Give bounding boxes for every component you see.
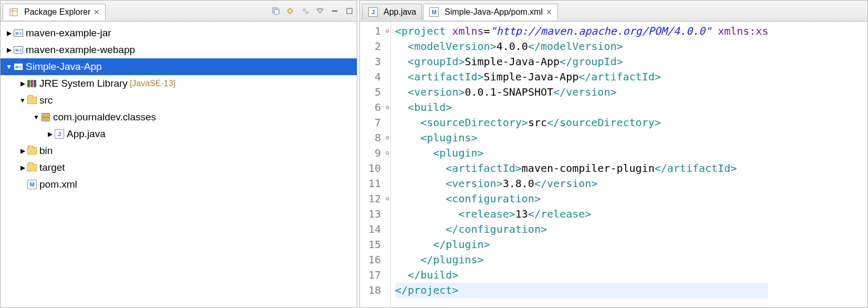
source-folder-icon bbox=[27, 97, 37, 104]
tree-item-src[interactable]: ▼ src bbox=[1, 92, 357, 109]
tree-label: pom.xml bbox=[39, 179, 77, 190]
line-number: 16 bbox=[360, 252, 381, 268]
tree-label: src bbox=[39, 95, 53, 106]
editor-tab-label: App.java bbox=[384, 7, 416, 17]
line-number: 12 bbox=[360, 191, 381, 207]
link-editor-icon[interactable] bbox=[285, 6, 296, 16]
gutter-row[interactable]: 17 bbox=[360, 268, 390, 283]
code-line[interactable]: <plugin> bbox=[395, 146, 768, 161]
code-line[interactable]: </plugin> bbox=[395, 237, 768, 252]
expand-arrow-icon[interactable]: ▶ bbox=[18, 147, 27, 155]
fold-icon[interactable]: ⊖ bbox=[381, 191, 389, 207]
line-number: 11 bbox=[360, 176, 381, 191]
tree-item-bin[interactable]: ▶ bin bbox=[1, 142, 357, 159]
folder-icon bbox=[27, 147, 37, 155]
svg-rect-0 bbox=[10, 8, 17, 16]
tree-item-pom-xml[interactable]: M pom.xml bbox=[1, 176, 357, 193]
tree-item-maven-example-jar[interactable]: ▶ M·J maven-example-jar bbox=[1, 25, 357, 42]
collapse-all-icon[interactable] bbox=[271, 6, 281, 16]
tree-item-target[interactable]: ▶ target bbox=[1, 159, 357, 176]
code-line[interactable]: </build> bbox=[395, 268, 768, 283]
line-number: 3 bbox=[360, 54, 381, 69]
code-line[interactable]: <version>0.0.1-SNAPSHOT</version> bbox=[395, 85, 768, 100]
svg-point-6 bbox=[305, 11, 308, 14]
fold-icon[interactable]: ⊖ bbox=[381, 24, 389, 39]
expand-arrow-icon[interactable]: ▶ bbox=[5, 46, 13, 54]
tree-label: maven-example-webapp bbox=[26, 44, 135, 56]
expand-arrow-icon[interactable]: ▶ bbox=[46, 130, 54, 138]
collapse-arrow-icon[interactable]: ▼ bbox=[18, 97, 27, 104]
expand-arrow-icon[interactable]: ▶ bbox=[18, 80, 27, 87]
maven-project-icon: M·J bbox=[13, 63, 24, 70]
tree-item-jre-library[interactable]: ▶ JRE System Library [JavaSE-13] bbox=[1, 75, 357, 92]
code-line[interactable]: <sourceDirectory>src</sourceDirectory> bbox=[395, 115, 768, 130]
close-icon[interactable]: ✕ bbox=[94, 8, 100, 16]
code-line[interactable]: <release>13</release> bbox=[395, 207, 768, 222]
editor-tab-app-java[interactable]: J App.java bbox=[362, 4, 422, 20]
gutter-row[interactable]: 11 bbox=[360, 176, 390, 191]
gutter-row[interactable]: 13 bbox=[360, 207, 390, 222]
code-line[interactable]: <configuration> bbox=[395, 191, 768, 207]
line-number: 17 bbox=[360, 268, 381, 283]
fold-icon[interactable]: ⊖ bbox=[381, 100, 389, 115]
gutter-row[interactable]: 15 bbox=[360, 237, 390, 252]
gutter-row[interactable]: 14 bbox=[360, 222, 390, 237]
code-line[interactable]: <version>3.8.0</version> bbox=[395, 176, 768, 191]
expand-arrow-icon[interactable]: ▶ bbox=[5, 29, 13, 37]
tree-label: bin bbox=[39, 145, 53, 157]
line-number: 8 bbox=[360, 130, 381, 146]
gutter-row[interactable]: 5 bbox=[360, 85, 390, 100]
gutter-row[interactable]: 7 bbox=[360, 115, 390, 130]
java-file-icon: J bbox=[54, 129, 65, 139]
gutter-row[interactable]: 3 bbox=[360, 54, 390, 69]
tree-item-package[interactable]: ▼ com.journaldev.classes bbox=[1, 109, 357, 126]
line-number: 10 bbox=[360, 161, 381, 176]
code-line[interactable]: </project> bbox=[395, 283, 768, 298]
maven-file-icon: M bbox=[27, 180, 37, 189]
package-explorer-toolbar bbox=[271, 6, 355, 16]
focus-icon[interactable] bbox=[300, 6, 311, 16]
library-icon bbox=[27, 80, 37, 87]
code-line[interactable]: <build> bbox=[395, 100, 768, 115]
gutter-row[interactable]: 9⊖ bbox=[360, 146, 390, 161]
tree-item-maven-example-webapp[interactable]: ▶ M·J maven-example-webapp bbox=[1, 42, 357, 58]
package-explorer-tabbar: Package Explorer ✕ bbox=[1, 1, 357, 22]
expand-arrow-icon[interactable]: ▶ bbox=[18, 164, 27, 171]
gutter-row[interactable]: 16 bbox=[360, 252, 390, 268]
minimize-icon[interactable] bbox=[329, 6, 340, 16]
package-explorer-panel: Package Explorer ✕ ▶ M·J maven-example-j… bbox=[0, 0, 357, 308]
maximize-icon[interactable] bbox=[344, 6, 355, 16]
code-line[interactable]: <project xmlns="http://maven.apache.org/… bbox=[395, 24, 768, 39]
code-area[interactable]: <project xmlns="http://maven.apache.org/… bbox=[391, 22, 772, 307]
tree-label: App.java bbox=[67, 128, 106, 140]
code-line[interactable]: <groupId>Simple-Java-App</groupId> bbox=[395, 54, 768, 69]
code-line[interactable]: <artifactId>maven-compiler-plugin</artif… bbox=[395, 161, 768, 176]
gutter-row[interactable]: 1⊖ bbox=[360, 24, 390, 39]
code-line[interactable]: <artifactId>Simple-Java-App</artifactId> bbox=[395, 69, 768, 85]
editor-tab-pom-xml[interactable]: M Simple-Java-App/pom.xml ✕ bbox=[423, 4, 558, 20]
code-line[interactable]: </configuration> bbox=[395, 222, 768, 237]
package-explorer-tab[interactable]: Package Explorer ✕ bbox=[3, 4, 106, 20]
editor-panel: J App.java M Simple-Java-App/pom.xml ✕ 1… bbox=[359, 0, 868, 308]
code-line[interactable]: <modelVersion>4.0.0</modelVersion> bbox=[395, 39, 768, 54]
close-icon[interactable]: ✕ bbox=[546, 8, 552, 16]
collapse-arrow-icon[interactable]: ▼ bbox=[5, 63, 13, 70]
tree-item-simple-java-app[interactable]: ▼ M·J Simple-Java-App bbox=[1, 58, 357, 75]
package-icon bbox=[40, 113, 51, 121]
code-line[interactable]: </plugins> bbox=[395, 252, 768, 268]
tree-item-app-java[interactable]: ▶ J App.java bbox=[1, 126, 357, 142]
gutter-row[interactable]: 2 bbox=[360, 39, 390, 54]
line-number: 2 bbox=[360, 39, 381, 54]
code-line[interactable]: <plugins> bbox=[395, 130, 768, 146]
gutter-row[interactable]: 12⊖ bbox=[360, 191, 390, 207]
fold-icon[interactable]: ⊖ bbox=[381, 130, 389, 146]
fold-icon[interactable]: ⊖ bbox=[381, 146, 389, 161]
collapse-arrow-icon[interactable]: ▼ bbox=[32, 114, 40, 121]
view-menu-icon[interactable] bbox=[315, 6, 325, 16]
gutter-row[interactable]: 6⊖ bbox=[360, 100, 390, 115]
gutter-row[interactable]: 4 bbox=[360, 69, 390, 85]
gutter-row[interactable]: 10 bbox=[360, 161, 390, 176]
gutter-row[interactable]: 18 bbox=[360, 283, 390, 298]
line-number: 15 bbox=[360, 237, 381, 252]
gutter-row[interactable]: 8⊖ bbox=[360, 130, 390, 146]
